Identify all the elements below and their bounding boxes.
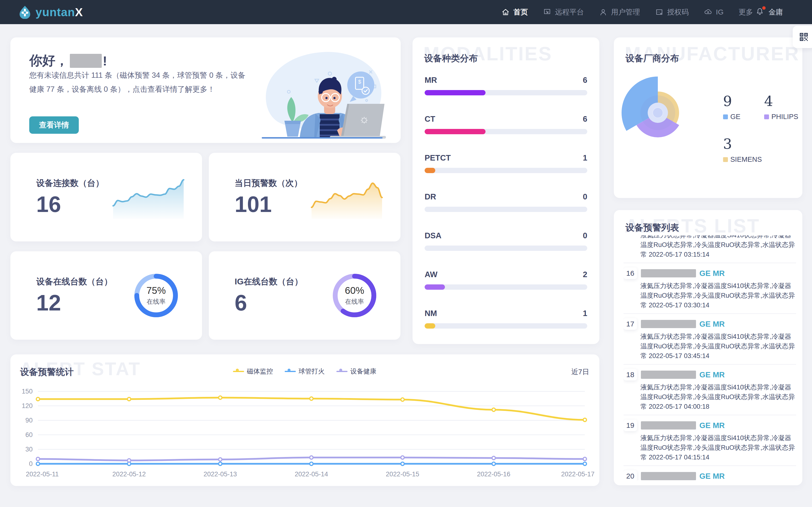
alert-index-badge: 19 bbox=[623, 419, 637, 431]
x-axis-tick-label: 2022-05-11 bbox=[26, 470, 59, 478]
y-axis-tick-label: 90 bbox=[26, 417, 33, 424]
stat-card-ig-online: IG在线台数（台）660%在线率 bbox=[209, 251, 400, 340]
manufacturer-pie-chart bbox=[619, 69, 716, 165]
nav-item-5[interactable]: 更多 bbox=[739, 7, 753, 17]
alert-description: 液氦压力状态异常,冷凝器温度Si410状态异常,冷凝器温度RuO状态异常,冷头温… bbox=[641, 332, 796, 361]
modality-row-ct: CT6 bbox=[424, 114, 587, 134]
donut-center-label: 在线率 bbox=[147, 297, 165, 306]
redacted-hospital-name-block bbox=[641, 421, 696, 430]
auth-code-icon bbox=[655, 8, 664, 16]
legend-item-ge[interactable]: 9GE bbox=[723, 93, 764, 121]
nav-item-2[interactable]: 用户管理 bbox=[599, 7, 640, 17]
data-point-marker bbox=[218, 458, 222, 461]
nav-item-ig[interactable]: IG bbox=[704, 8, 723, 16]
qr-code-button[interactable] bbox=[793, 26, 812, 48]
alert-description: 液氦压力状态异常,冷凝器温度Si410状态异常,冷凝器温度RuO状态异常,冷头温… bbox=[641, 235, 796, 259]
x-axis-tick-label: 2022-05-16 bbox=[477, 470, 510, 478]
nav-item-label: 用户管理 bbox=[611, 7, 640, 17]
stat-card-device-connections: 设备连接数（台）16 bbox=[10, 153, 202, 241]
greeting-title: 你好，! bbox=[29, 52, 107, 69]
legend-line-marker-icon bbox=[285, 369, 296, 374]
data-point-marker bbox=[36, 457, 40, 461]
legend-item-siemens[interactable]: 3SIEMENS bbox=[723, 136, 764, 163]
legend-item-philips[interactable]: 4PHILIPS bbox=[764, 93, 805, 121]
nav-item-1[interactable]: 远程平台 bbox=[543, 7, 584, 17]
manufacturer-panel: MANUFACTURER 设备厂商分布 9GE4PHILIPS3SIEMENS bbox=[614, 38, 802, 198]
stat-card-devices-online: 设备在线台数（台）1275%在线率 bbox=[10, 251, 202, 340]
svg-text:$: $ bbox=[358, 79, 361, 85]
legend-line-marker-icon bbox=[233, 369, 244, 374]
data-point-marker bbox=[492, 462, 495, 465]
x-axis-tick-label: 2022-05-17 bbox=[561, 470, 595, 478]
legend-color-swatch bbox=[723, 114, 728, 119]
nav-item-0[interactable]: 首页 bbox=[501, 7, 528, 17]
modality-value: 0 bbox=[583, 231, 587, 240]
redacted-hospital-name-block bbox=[641, 269, 696, 277]
alert-list-item[interactable]: 18GE MR液氦压力状态异常,冷凝器温度Si410状态异常,冷凝器温度RuO状… bbox=[623, 364, 796, 415]
alert-device-link[interactable]: GE MR bbox=[699, 421, 725, 430]
modalities-panel: MODALITIES 设备种类分布 MR6CT6PETCT1DR0DSA0AW2… bbox=[412, 38, 599, 344]
alert-device-link[interactable]: GE MR bbox=[699, 269, 725, 278]
donut-percent-value: 60% bbox=[345, 285, 364, 296]
alerts-scroll-viewport[interactable]: 15GE MR液氦压力状态异常,冷凝器温度Si410状态异常,冷凝器温度RuO状… bbox=[623, 235, 796, 481]
series-legend-设备健康[interactable]: 设备健康 bbox=[337, 367, 376, 376]
stat-card-value: 12 bbox=[36, 291, 112, 315]
donut-percent-value: 75% bbox=[146, 285, 166, 296]
greeting-message: 您有未读信息共计 111 条（磁体预警 34 条，球管预警 0 条，设备健康 7… bbox=[29, 68, 249, 96]
alert-list-item[interactable]: 17GE MR液氦压力状态异常,冷凝器温度Si410状态异常,冷凝器温度RuO状… bbox=[623, 314, 796, 364]
alert-index-badge: 20 bbox=[623, 470, 637, 481]
view-details-button[interactable]: 查看详情 bbox=[29, 116, 79, 134]
nav-item-3[interactable]: 授权码 bbox=[655, 7, 689, 17]
legend-value: 3 bbox=[723, 136, 764, 152]
online-rate-donut: 60%在线率 bbox=[331, 271, 379, 320]
series-legend-磁体监控[interactable]: 磁体监控 bbox=[233, 367, 273, 376]
legend-value: 4 bbox=[764, 93, 805, 109]
stat-card-label: IG在线台数（台） bbox=[235, 276, 303, 287]
series-line-磁体监控 bbox=[38, 398, 585, 420]
series-legend-球管打火[interactable]: 球管打火 bbox=[285, 367, 325, 376]
notification-bell-button[interactable] bbox=[755, 7, 764, 17]
alert-device-link[interactable]: GE MR bbox=[699, 370, 725, 379]
top-navbar: yuntanX 首页远程平台用户管理授权码IG更多 金庸 bbox=[0, 0, 812, 24]
alert-stat-panel: ALERT STAT 设备预警统计 磁体监控球管打火设备健康 近7日 03060… bbox=[10, 354, 599, 486]
alert-device-link[interactable]: GE MR bbox=[699, 472, 725, 481]
redacted-hospital-name-block bbox=[641, 472, 696, 480]
modality-bar-track bbox=[424, 245, 587, 251]
person-laptop-illustration: $ bbox=[257, 44, 389, 139]
nav-item-label: IG bbox=[716, 8, 723, 16]
alerts-title: 设备预警列表 bbox=[625, 222, 802, 234]
remote-icon bbox=[543, 8, 552, 16]
modality-value: 1 bbox=[583, 153, 587, 163]
redacted-username-block bbox=[70, 54, 102, 68]
modality-bar-fill bbox=[424, 168, 435, 173]
alert-list-item[interactable]: 20GE MR bbox=[623, 466, 796, 481]
nav-item-label: 更多 bbox=[739, 7, 753, 17]
legend-label: GE bbox=[730, 113, 741, 121]
stat-card-todays-alerts: 当日预警数（次）101 bbox=[209, 153, 400, 241]
alert-description: 液氦压力状态异常,冷凝器温度Si410状态异常,冷凝器温度RuO状态异常,冷头温… bbox=[641, 281, 796, 310]
redacted-hospital-name-block bbox=[641, 371, 696, 379]
manufacturer-title: 设备厂商分布 bbox=[625, 52, 802, 64]
legend-label: 磁体监控 bbox=[247, 367, 273, 376]
cloud-icon bbox=[704, 8, 712, 16]
data-point-marker bbox=[310, 456, 313, 459]
stat-card-label: 当日预警数（次） bbox=[235, 177, 302, 189]
alert-list-item[interactable]: 15GE MR液氦压力状态异常,冷凝器温度Si410状态异常,冷凝器温度RuO状… bbox=[623, 235, 796, 263]
app-logo[interactable]: yuntanX bbox=[18, 5, 83, 19]
modalities-bar-list: MR6CT6PETCT1DR0DSA0AW2NM1 bbox=[424, 75, 587, 329]
alert-list-item[interactable]: 16GE MR液氦压力状态异常,冷凝器温度Si410状态异常,冷凝器温度RuO状… bbox=[623, 263, 796, 314]
online-rate-donut: 75%在线率 bbox=[132, 271, 180, 320]
legend-value: 9 bbox=[723, 93, 764, 109]
modality-row-dsa: DSA0 bbox=[424, 231, 587, 251]
alert-device-link[interactable]: GE MR bbox=[699, 320, 725, 329]
alerts-list: 15GE MR液氦压力状态异常,冷凝器温度Si410状态异常,冷凝器温度RuO状… bbox=[623, 235, 796, 481]
username-menu[interactable]: 金庸 bbox=[768, 7, 783, 17]
x-axis-tick-label: 2022-05-14 bbox=[295, 470, 328, 478]
data-point-marker bbox=[36, 397, 40, 401]
modality-row-mr: MR6 bbox=[424, 75, 587, 95]
range-filter-last-7-days[interactable]: 近7日 bbox=[571, 367, 589, 377]
alert-list-item[interactable]: 19GE MR液氦压力状态异常,冷凝器温度Si410状态异常,冷凝器温度RuO状… bbox=[623, 415, 796, 466]
main-nav: 首页远程平台用户管理授权码IG更多 bbox=[501, 7, 753, 17]
legend-label: PHILIPS bbox=[771, 113, 798, 121]
modality-row-nm: NM1 bbox=[424, 309, 587, 329]
